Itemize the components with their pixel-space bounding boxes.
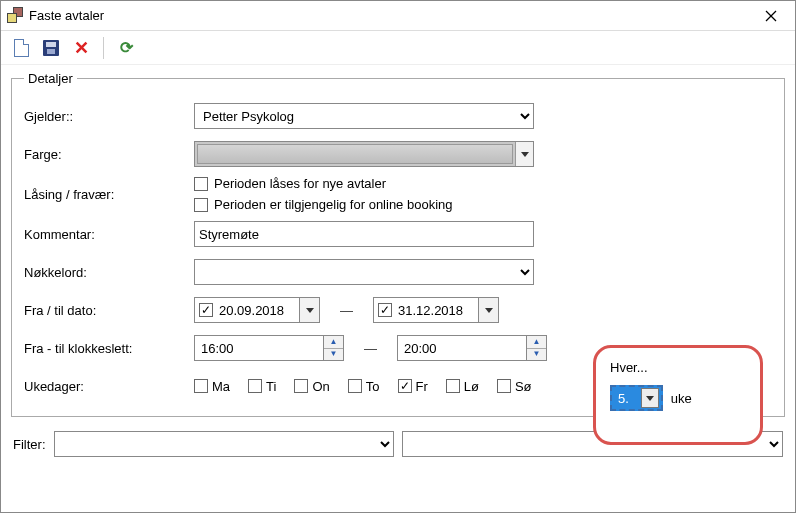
hver-label: Hver... (610, 360, 746, 375)
toolbar-separator (103, 37, 104, 59)
til-tid-field[interactable]: 20:00 ▲ ▼ (397, 335, 547, 361)
online-booking-checkbox[interactable] (194, 198, 208, 212)
day-fr-label: Fr (416, 379, 428, 394)
fra-tid-value: 16:00 (195, 341, 323, 356)
lock-period-checkbox[interactable] (194, 177, 208, 191)
time-dash: — (356, 341, 385, 356)
ukedager-label: Ukedager: (24, 379, 194, 394)
refresh-button[interactable]: ⟳ (114, 36, 138, 60)
fra-dato-field[interactable]: 20.09.2018 (194, 297, 320, 323)
nokkelord-select[interactable] (194, 259, 534, 285)
day-so-checkbox[interactable] (497, 379, 511, 393)
date-dash: — (332, 303, 361, 318)
day-on-label: On (312, 379, 329, 394)
hver-value: 5. (614, 391, 641, 406)
day-lo-label: Lø (464, 379, 479, 394)
fra-tid-up[interactable]: ▲ (324, 336, 343, 349)
til-dato-field[interactable]: 31.12.2018 (373, 297, 499, 323)
close-button[interactable] (751, 1, 791, 30)
nokkelord-label: Nøkkelord: (24, 265, 194, 280)
farge-dropdown-arrow[interactable] (515, 142, 533, 166)
gjelder-select[interactable]: Petter Psykolog (194, 103, 534, 129)
delete-icon: ✕ (74, 39, 89, 57)
refresh-icon: ⟳ (120, 38, 133, 57)
til-tid-spinner[interactable]: ▲ ▼ (526, 336, 546, 360)
details-legend: Detaljer (24, 71, 77, 86)
farge-picker[interactable] (194, 141, 534, 167)
app-icon (7, 7, 25, 25)
online-booking-label: Perioden er tilgjengelig for online book… (214, 197, 453, 212)
toolbar: ✕ ⟳ (1, 31, 795, 65)
fra-tid-spinner[interactable]: ▲ ▼ (323, 336, 343, 360)
day-to-label: To (366, 379, 380, 394)
day-so-label: Sø (515, 379, 532, 394)
titlebar: Faste avtaler (1, 1, 795, 31)
hver-unit: uke (671, 391, 692, 406)
fra-dato-checkbox[interactable] (199, 303, 213, 317)
til-dato-value: 31.12.2018 (396, 303, 478, 318)
day-to-checkbox[interactable] (348, 379, 362, 393)
delete-button[interactable]: ✕ (69, 36, 93, 60)
til-dato-checkbox[interactable] (378, 303, 392, 317)
hver-value-field[interactable]: 5. (610, 385, 663, 411)
save-icon (43, 40, 59, 56)
day-ti-label: Ti (266, 379, 276, 394)
filter-label: Filter: (13, 437, 46, 452)
fra-dato-value: 20.09.2018 (217, 303, 299, 318)
fra-til-dato-label: Fra / til dato: (24, 303, 194, 318)
kommentar-label: Kommentar: (24, 227, 194, 242)
gjelder-label: Gjelder:: (24, 109, 194, 124)
filter-select-1[interactable] (54, 431, 394, 457)
fra-til-klokke-label: Fra - til klokkeslett: (24, 341, 194, 356)
fra-tid-field[interactable]: 16:00 ▲ ▼ (194, 335, 344, 361)
body: Detaljer Gjelder:: Petter Psykolog Farge… (1, 65, 795, 512)
laasing-label: Låsing / fravær: (24, 187, 194, 202)
save-button[interactable] (39, 36, 63, 60)
hver-panel: Hver... 5. uke (593, 345, 763, 445)
kommentar-input[interactable] (194, 221, 534, 247)
weekday-row: Ma Ti On To Fr Lø Sø (194, 379, 532, 394)
new-icon (14, 39, 29, 57)
day-ma-label: Ma (212, 379, 230, 394)
fra-dato-arrow[interactable] (299, 298, 319, 322)
new-button[interactable] (9, 36, 33, 60)
window-title: Faste avtaler (25, 8, 751, 23)
farge-label: Farge: (24, 147, 194, 162)
hver-arrow[interactable] (641, 388, 659, 408)
day-ma-checkbox[interactable] (194, 379, 208, 393)
til-tid-value: 20:00 (398, 341, 526, 356)
til-tid-up[interactable]: ▲ (527, 336, 546, 349)
farge-swatch (197, 144, 513, 164)
fra-tid-down[interactable]: ▼ (324, 349, 343, 361)
window: Faste avtaler ✕ ⟳ Detaljer Gjelder:: Pet… (0, 0, 796, 513)
day-lo-checkbox[interactable] (446, 379, 460, 393)
til-tid-down[interactable]: ▼ (527, 349, 546, 361)
day-ti-checkbox[interactable] (248, 379, 262, 393)
day-on-checkbox[interactable] (294, 379, 308, 393)
til-dato-arrow[interactable] (478, 298, 498, 322)
day-fr-checkbox[interactable] (398, 379, 412, 393)
lock-period-label: Perioden låses for nye avtaler (214, 176, 386, 191)
